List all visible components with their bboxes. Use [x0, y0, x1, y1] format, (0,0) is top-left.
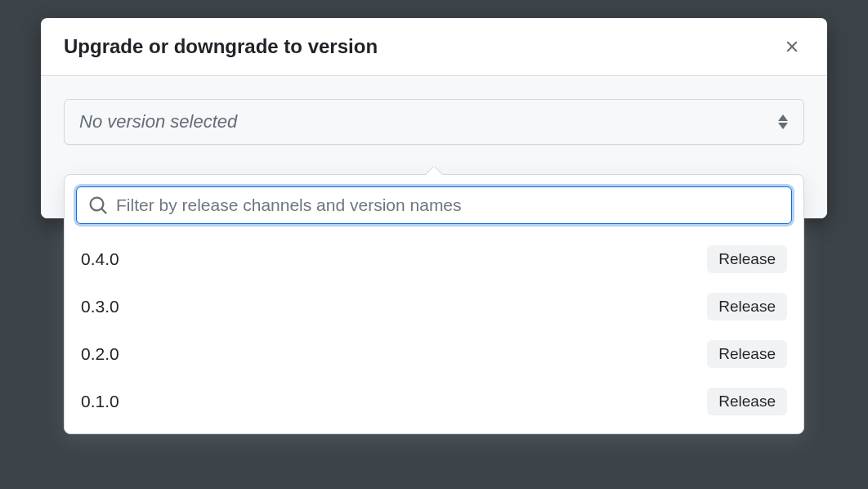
option-version: 0.1.0	[81, 392, 119, 411]
channel-badge: Release	[707, 388, 787, 415]
options-list: 0.4.0 Release 0.3.0 Release 0.2.0 Releas…	[65, 232, 803, 433]
option-row[interactable]: 0.3.0 Release	[65, 283, 803, 330]
option-version: 0.2.0	[81, 344, 119, 364]
modal-body: No version selected 0.4.0 Release	[41, 76, 827, 218]
close-icon	[783, 38, 801, 56]
search-wrap	[65, 175, 803, 232]
modal-header: Upgrade or downgrade to version	[41, 18, 827, 76]
updown-icon	[777, 114, 789, 129]
option-version: 0.3.0	[81, 297, 119, 316]
search-box[interactable]	[76, 186, 792, 224]
channel-badge: Release	[707, 340, 787, 368]
version-modal: Upgrade or downgrade to version No versi…	[41, 18, 827, 218]
option-version: 0.4.0	[81, 249, 119, 269]
search-input[interactable]	[116, 195, 780, 215]
modal-title: Upgrade or downgrade to version	[64, 35, 378, 58]
channel-badge: Release	[707, 293, 787, 321]
version-select[interactable]: No version selected	[64, 99, 804, 145]
option-row[interactable]: 0.4.0 Release	[65, 236, 803, 283]
option-row[interactable]: 0.1.0 Release	[65, 378, 803, 425]
version-dropdown: 0.4.0 Release 0.3.0 Release 0.2.0 Releas…	[64, 174, 804, 434]
dropdown-caret	[426, 167, 442, 175]
search-icon	[88, 195, 108, 215]
close-button[interactable]	[780, 34, 804, 59]
version-select-placeholder: No version selected	[79, 111, 237, 132]
option-row[interactable]: 0.2.0 Release	[65, 330, 803, 378]
channel-badge: Release	[707, 245, 787, 273]
